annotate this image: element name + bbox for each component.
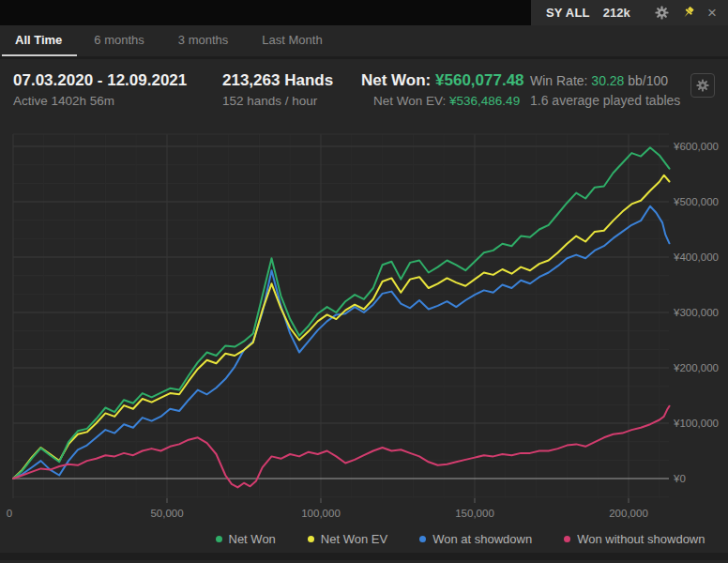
net-won-value: ¥560,077.48	[435, 71, 524, 89]
net-won-ev-line: Net Won EV: ¥536,486.49	[361, 94, 530, 108]
titlebar-controls: SY ALL 212k	[531, 0, 728, 25]
date-range-block: 07.03.2020 - 12.09.2021 Active 1402h 56m	[13, 71, 222, 108]
win-rate-unit: bb/100	[628, 73, 668, 88]
titlebar-icon-group: ×	[655, 5, 717, 21]
svg-text:¥200,000: ¥200,000	[673, 362, 719, 373]
win-rate-value: 30.28	[591, 73, 624, 88]
hands-count-badge: 212k	[603, 6, 630, 20]
net-won-line: Net Won: ¥560,077.48	[361, 71, 530, 90]
avg-tables: 1.6 average played tables	[530, 93, 690, 108]
svg-text:¥100,000: ¥100,000	[673, 418, 719, 429]
session-stats-bar: 07.03.2020 - 12.09.2021 Active 1402h 56m…	[0, 59, 728, 116]
net-won-block: Net Won: ¥560,077.48 Net Won EV: ¥536,48…	[361, 71, 530, 108]
svg-text:¥300,000: ¥300,000	[673, 307, 719, 318]
gear-icon[interactable]	[655, 6, 669, 20]
winnings-chart[interactable]: ¥0¥100,000¥200,000¥300,000¥400,000¥500,0…	[0, 116, 728, 525]
tab-all-time[interactable]: All Time	[2, 25, 77, 56]
hands-rate: 152 hands / hour	[222, 94, 361, 108]
tab-3-months[interactable]: 3 months	[161, 25, 245, 56]
net-won-ev-value: ¥536,486.49	[449, 94, 520, 108]
close-icon[interactable]: ×	[707, 5, 717, 21]
tab-last-month[interactable]: Last Month	[245, 25, 339, 56]
stat-selector[interactable]: SY ALL	[546, 6, 590, 20]
hand2note-logo-icon	[11, 467, 728, 563]
net-won-ev-label: Net Won EV:	[373, 94, 446, 108]
win-rate-label: Win Rate:	[530, 73, 587, 88]
svg-text:¥400,000: ¥400,000	[673, 251, 719, 263]
period-tabbar: All Time 6 months 3 months Last Month	[0, 25, 728, 59]
pin-icon[interactable]	[681, 6, 695, 20]
svg-text:¥600,000: ¥600,000	[673, 141, 719, 152]
tab-6-months[interactable]: 6 months	[77, 25, 160, 56]
svg-text:¥500,000: ¥500,000	[673, 196, 719, 207]
net-won-label: Net Won:	[361, 71, 431, 89]
hands-block: 213,263 Hands 152 hands / hour	[222, 71, 361, 108]
winnings-chart-canvas[interactable]: ¥0¥100,000¥200,000¥300,000¥400,000¥500,0…	[0, 116, 728, 525]
win-rate-block: Win Rate: 30.28 bb/100 1.6 average playe…	[530, 71, 690, 108]
date-range: 07.03.2020 - 12.09.2021	[13, 71, 222, 90]
win-rate-line: Win Rate: 30.28 bb/100	[530, 73, 690, 88]
active-time: Active 1402h 56m	[13, 94, 222, 108]
window-titlebar[interactable]: SY ALL 212k	[0, 0, 728, 25]
graph-settings-button[interactable]	[690, 73, 715, 98]
hands-total: 213,263 Hands	[222, 71, 361, 90]
hand2note-logo: HAND2NOTE.COM	[11, 467, 728, 563]
